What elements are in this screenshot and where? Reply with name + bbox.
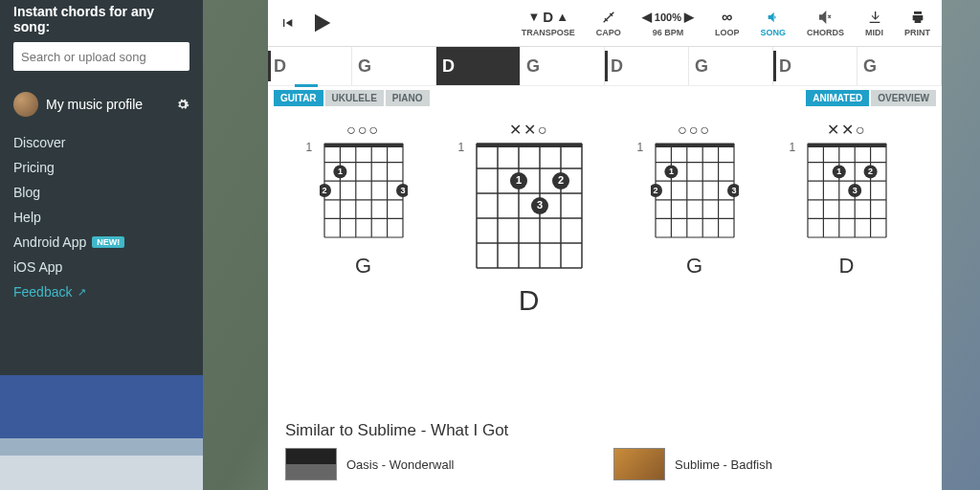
new-badge: NEW! — [92, 236, 124, 248]
avatar — [13, 92, 38, 117]
chord-diagram-G[interactable]: ○○○ 1213 G — [651, 120, 739, 278]
search-input[interactable] — [13, 42, 189, 71]
search-box — [13, 42, 189, 71]
timeline-cell[interactable]: G — [689, 47, 773, 85]
chord-diagrams: ○○○ 1213 G✕✕○ 1123 D ○○○ 1213 G✕✕○ 1123 … — [268, 110, 942, 421]
restart-icon[interactable] — [279, 15, 295, 31]
chords-toggle[interactable]: CHORDS — [807, 10, 844, 37]
similar-cards: Oasis - WonderwallSublime - Badfish — [285, 448, 924, 480]
similar-card[interactable]: Sublime - Badfish — [613, 448, 924, 480]
sidebar-heading: Instant chords for any song: — [13, 0, 189, 42]
chord-diagram-G[interactable]: ○○○ 1213 G — [320, 120, 408, 278]
profile-label: My music profile — [46, 97, 168, 112]
tabs-row: GUITARUKULELEPIANO ANIMATEDOVERVIEW — [268, 86, 942, 110]
transpose-control[interactable]: ▼D▲ TRANSPOSE — [522, 10, 575, 37]
loop-control[interactable]: ∞ LOOP — [715, 10, 740, 37]
similar-section: Similar to Sublime - What I Got Oasis - … — [268, 421, 942, 490]
song-title: Oasis - Wonderwall — [346, 457, 454, 472]
timeline-cell[interactable]: D — [436, 47, 521, 85]
svg-text:2: 2 — [557, 174, 563, 186]
profile-row[interactable]: My music profile — [13, 92, 189, 117]
print-icon — [910, 10, 925, 25]
progress-indicator — [295, 84, 318, 87]
svg-text:3: 3 — [400, 186, 405, 195]
fretboard: 1123 — [803, 139, 891, 246]
timeline-cell[interactable]: D — [773, 47, 858, 85]
timeline[interactable]: DGDGDGDG — [268, 46, 942, 86]
svg-rect-38 — [656, 144, 734, 147]
open-strings: ✕✕○ — [827, 120, 867, 139]
chord-name: D — [839, 254, 855, 278]
open-strings: ✕✕○ — [509, 120, 549, 139]
sidebar-nav: DiscoverPricingBlogHelpAndroid App NEW!i… — [13, 130, 189, 304]
sidebar-item-discover[interactable]: Discover — [13, 130, 189, 155]
svg-text:2: 2 — [653, 186, 657, 195]
volume-mute-icon — [817, 10, 833, 25]
tempo-control[interactable]: ◀100%▶ 96 BPM — [642, 10, 694, 37]
play-icon[interactable] — [308, 10, 335, 36]
chord-name: G — [686, 254, 702, 278]
chord-name: D — [519, 284, 540, 317]
capo-icon — [601, 10, 616, 25]
fretboard: 1213 — [651, 139, 739, 246]
svg-rect-0 — [324, 144, 403, 147]
toolbar: ▼D▲ TRANSPOSE CAPO ◀100%▶ 96 BPM ∞ LOOP … — [268, 0, 942, 46]
timeline-cell[interactable]: D — [605, 47, 689, 85]
midi-button[interactable]: MIDI — [865, 10, 883, 37]
open-strings: ○○○ — [678, 120, 711, 139]
timeline-cell[interactable]: D — [268, 47, 352, 85]
open-strings: ○○○ — [346, 120, 380, 139]
fretboard: 1123 — [472, 139, 587, 277]
svg-rect-57 — [808, 144, 886, 147]
main-panel: ▼D▲ TRANSPOSE CAPO ◀100%▶ 96 BPM ∞ LOOP … — [268, 0, 942, 490]
svg-text:1: 1 — [836, 167, 841, 176]
timeline-cell[interactable]: G — [858, 47, 942, 85]
song-title: Sublime - Badfish — [675, 457, 772, 472]
song-toggle[interactable]: SONG — [760, 10, 786, 37]
chord-diagram-D[interactable]: ✕✕○ 1123 D — [472, 120, 587, 317]
sidebar-item-android-app[interactable]: Android App NEW! — [13, 230, 189, 255]
tab-piano[interactable]: PIANO — [386, 90, 430, 106]
timeline-cell[interactable]: G — [521, 47, 605, 85]
loop-icon: ∞ — [722, 10, 732, 25]
gear-icon[interactable] — [176, 98, 189, 111]
song-thumbnail — [613, 448, 665, 480]
sidebar-item-blog[interactable]: Blog — [13, 180, 189, 205]
svg-text:2: 2 — [322, 186, 326, 195]
song-thumbnail — [285, 448, 337, 480]
video-thumbnail[interactable] — [0, 375, 203, 490]
external-icon: ↗ — [78, 286, 86, 299]
volume-icon — [766, 10, 781, 25]
sidebar-item-ios-app[interactable]: iOS App — [13, 255, 189, 279]
sidebar-item-feedback[interactable]: Feedback ↗ — [13, 279, 189, 304]
chord-name: G — [355, 254, 371, 278]
timeline-cell[interactable]: G — [352, 47, 436, 85]
svg-text:1: 1 — [668, 167, 673, 176]
tab-guitar[interactable]: GUITAR — [274, 90, 323, 106]
tab-overview[interactable]: OVERVIEW — [871, 90, 936, 106]
print-button[interactable]: PRINT — [904, 10, 930, 37]
svg-text:2: 2 — [868, 167, 873, 176]
tab-animated[interactable]: ANIMATED — [806, 90, 869, 106]
svg-text:3: 3 — [852, 186, 857, 195]
fretboard: 1213 — [320, 139, 408, 246]
tab-ukulele[interactable]: UKULELE — [325, 90, 384, 106]
download-icon — [867, 10, 882, 25]
svg-text:1: 1 — [337, 167, 342, 176]
sidebar-item-help[interactable]: Help — [13, 205, 189, 230]
svg-text:1: 1 — [515, 174, 521, 186]
svg-text:3: 3 — [536, 199, 542, 211]
similar-heading: Similar to Sublime - What I Got — [285, 421, 924, 440]
capo-control[interactable]: CAPO — [596, 10, 621, 37]
sidebar-item-pricing[interactable]: Pricing — [13, 155, 189, 180]
chord-diagram-D[interactable]: ✕✕○ 1123 D — [803, 120, 891, 278]
svg-text:3: 3 — [731, 186, 736, 195]
similar-card[interactable]: Oasis - Wonderwall — [285, 448, 596, 480]
